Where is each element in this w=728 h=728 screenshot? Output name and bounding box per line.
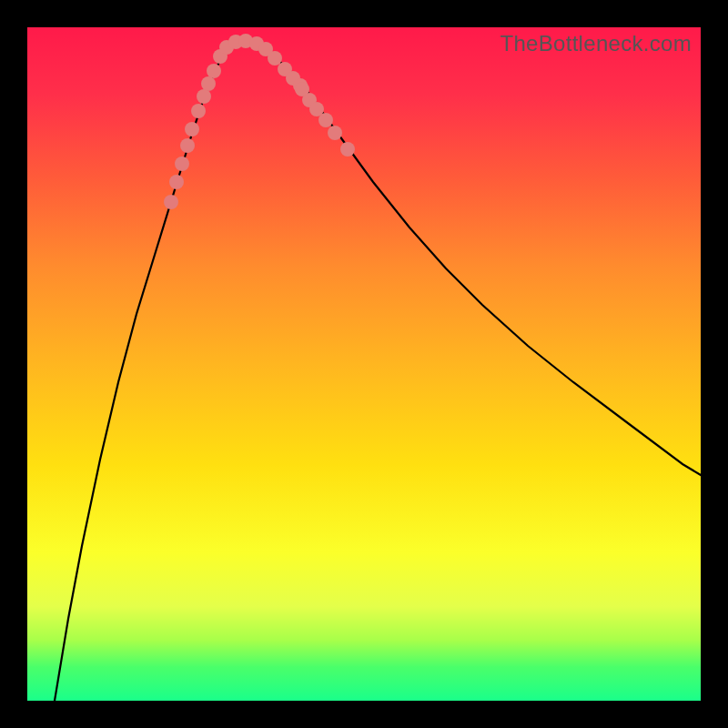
data-marker [295, 82, 309, 96]
data-marker [207, 64, 221, 78]
curve-svg [27, 27, 701, 701]
data-marker [175, 157, 189, 171]
data-marker [191, 104, 206, 118]
data-marker [164, 195, 178, 209]
data-marker [340, 142, 355, 157]
data-marker [268, 51, 282, 66]
data-marker [328, 126, 342, 140]
data-marker [180, 138, 195, 153]
data-marker [185, 122, 199, 136]
bottleneck-curve [55, 41, 701, 701]
data-markers [164, 34, 355, 209]
data-marker [201, 76, 216, 91]
plot-area: TheBottleneck.com [27, 27, 701, 701]
data-marker [197, 89, 211, 104]
data-marker [309, 102, 324, 116]
chart-frame: TheBottleneck.com [0, 0, 728, 728]
data-marker [169, 175, 184, 189]
